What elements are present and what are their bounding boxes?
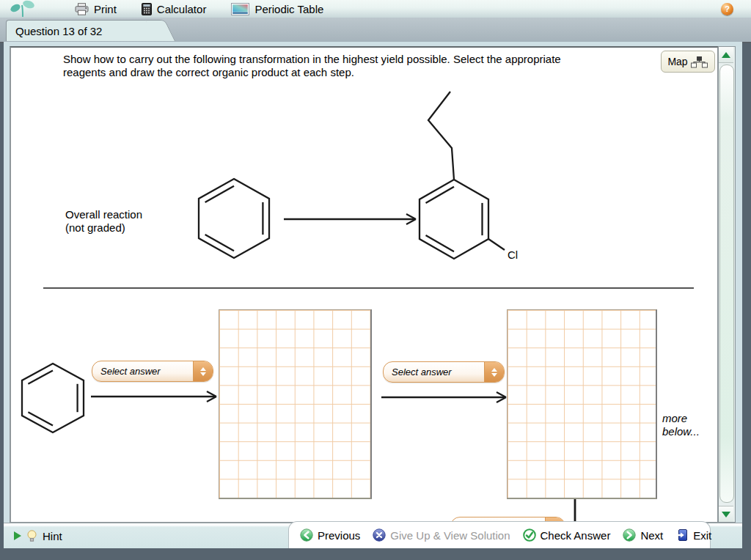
calculator-label: Calculator: [157, 3, 207, 15]
vertical-scrollbar[interactable]: [718, 46, 736, 523]
previous-label: Previous: [318, 529, 360, 542]
print-button[interactable]: Print: [75, 3, 117, 15]
scroll-down-icon: [722, 512, 730, 517]
hint-label: Hint: [43, 530, 62, 542]
previous-button[interactable]: Previous: [300, 528, 360, 542]
printer-icon: [75, 3, 89, 15]
question-panel: Show how to carry out the following tran…: [10, 46, 719, 523]
prompt-line-1: Show how to carry out the following tran…: [63, 53, 666, 66]
print-label: Print: [94, 3, 117, 15]
dropdown-stepper-icon[interactable]: [484, 362, 504, 382]
chlorine-substituent-label: Cl: [508, 248, 518, 261]
scroll-down-button[interactable]: [719, 506, 733, 522]
step1-structure-canvas[interactable]: [219, 309, 372, 499]
dropdown-stepper-icon[interactable]: [193, 361, 213, 381]
top-toolbar: Print Calculator: [0, 0, 751, 18]
more-below-note: more below...: [662, 412, 700, 438]
previous-circle-icon: [300, 528, 313, 542]
step2-structure-canvas[interactable]: [507, 309, 657, 499]
overall-reaction-label: Overall reaction (not graded): [65, 208, 142, 235]
scroll-up-button[interactable]: [719, 47, 733, 63]
question-prompt: Show how to carry out the following tran…: [63, 53, 666, 79]
exit-button[interactable]: Exit: [675, 528, 711, 542]
step2-reagent-dropdown[interactable]: Select answer: [383, 361, 505, 383]
benzene-step-structure: [22, 364, 84, 432]
give-up-button[interactable]: Give Up & View Solution: [373, 528, 510, 542]
periodic-table-button[interactable]: Periodic Table: [231, 3, 323, 15]
more-note-line-1: more: [662, 412, 700, 425]
app-window: Print Calculator: [0, 0, 751, 560]
step2-dropdown-value: Select answer: [384, 362, 484, 382]
step2-arrow: [381, 392, 506, 402]
lightbulb-icon: [27, 530, 37, 542]
next-button[interactable]: Next: [623, 528, 663, 542]
periodic-table-label: Periodic Table: [254, 3, 323, 15]
periodic-table-icon: [231, 3, 249, 15]
product-structure: [420, 92, 505, 259]
navigation-bar: Previous Give Up & View Solution Check A…: [288, 521, 711, 548]
overall-label-line-2: (not graded): [65, 221, 142, 235]
question-tab[interactable]: Question 13 of 32: [6, 20, 160, 41]
give-up-icon: [373, 528, 386, 542]
exit-door-icon: [675, 528, 689, 542]
overall-label-line-1: Overall reaction: [65, 208, 142, 221]
check-answer-label: Check Answer: [541, 529, 611, 542]
give-up-label: Give Up & View Solution: [390, 529, 510, 542]
content-area: Show how to carry out the following tran…: [4, 42, 742, 548]
question-tab-label: Question 13 of 32: [15, 25, 102, 37]
exit-label: Exit: [693, 529, 711, 542]
calculator-button[interactable]: Calculator: [142, 3, 207, 15]
expand-triangle-icon: [14, 531, 21, 540]
help-question-icon: ?: [725, 4, 730, 13]
sapling-logo-icon: [6, 0, 40, 18]
map-button[interactable]: Map: [661, 51, 715, 73]
check-answer-button[interactable]: Check Answer: [523, 528, 611, 542]
check-circle-icon: [523, 528, 536, 542]
scrollbar-thumb[interactable]: [719, 65, 734, 503]
help-button[interactable]: ?: [721, 3, 733, 15]
step1-arrow: [91, 391, 216, 402]
map-button-label: Map: [667, 56, 687, 67]
overall-reaction-arrow: [284, 214, 416, 224]
calculator-icon: [142, 3, 152, 15]
more-note-line-2: below...: [662, 425, 700, 438]
prompt-line-2: reagents and draw the correct organic pr…: [63, 66, 666, 79]
scroll-up-icon: [722, 52, 730, 58]
next-circle-icon: [623, 528, 636, 542]
window-bottom-edge: [0, 548, 751, 560]
next-label: Next: [640, 529, 663, 542]
sitemap-icon: [690, 56, 708, 68]
step1-dropdown-value: Select answer: [92, 361, 193, 381]
step1-reagent-dropdown[interactable]: Select answer: [92, 361, 213, 382]
tab-bar: Question 13 of 32: [0, 18, 751, 43]
benzene-reactant-structure: [199, 179, 269, 258]
